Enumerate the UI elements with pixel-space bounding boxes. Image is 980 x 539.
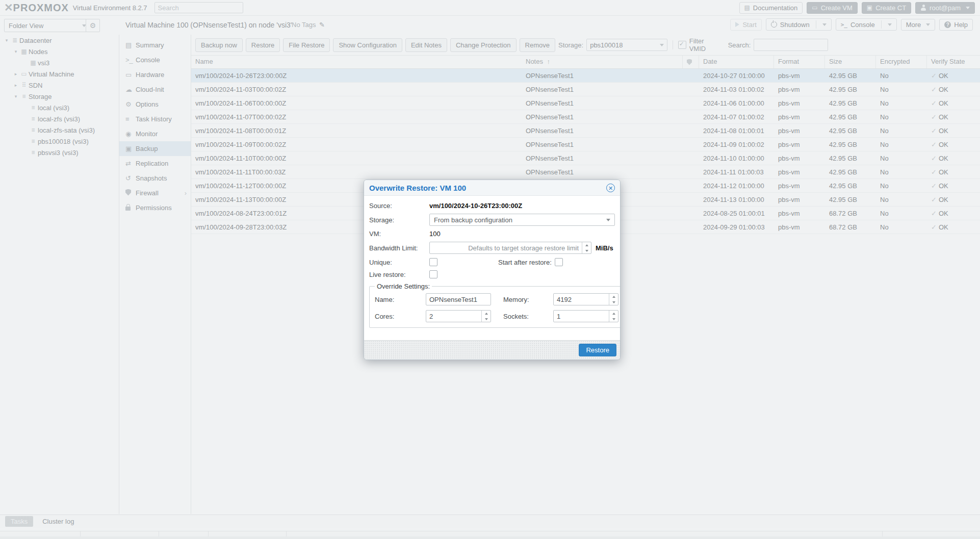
vm-value: 100 bbox=[429, 230, 441, 238]
source-value: vm/100/2024-10-26T23:00:00Z bbox=[429, 202, 522, 210]
dialog-header[interactable]: Overwrite Restore: VM 100 ✕ bbox=[364, 180, 620, 195]
sockets-label: Sockets: bbox=[503, 313, 553, 320]
dialog-title: Overwrite Restore: VM 100 bbox=[369, 184, 466, 192]
storage-field-label: Storage: bbox=[369, 216, 429, 224]
vm-label: VM: bbox=[369, 230, 429, 238]
start-after-checkbox[interactable] bbox=[555, 258, 563, 266]
spin-down-icon[interactable] bbox=[582, 248, 591, 253]
start-after-label: Start after restore: bbox=[498, 259, 552, 266]
memory-input[interactable] bbox=[554, 294, 609, 305]
name-input[interactable] bbox=[426, 294, 491, 305]
live-restore-label: Live restore: bbox=[369, 271, 429, 278]
overwrite-restore-dialog: Overwrite Restore: VM 100 ✕ Source: vm/1… bbox=[364, 179, 621, 360]
close-icon[interactable]: ✕ bbox=[606, 184, 615, 192]
name-label: Name: bbox=[375, 296, 426, 303]
spin-up-icon[interactable] bbox=[582, 242, 591, 248]
live-restore-checkbox[interactable] bbox=[429, 270, 437, 278]
bandwidth-label: Bandwidth Limit: bbox=[369, 244, 429, 252]
spin-up-icon[interactable] bbox=[609, 294, 618, 299]
bandwidth-input[interactable] bbox=[430, 242, 582, 253]
sockets-input[interactable] bbox=[554, 311, 609, 322]
spin-down-icon[interactable] bbox=[609, 316, 618, 322]
proxmox-app: ✕ PROXMOX Virtual Environment 8.2.7 ▤ Do… bbox=[0, 0, 980, 539]
unique-checkbox[interactable] bbox=[429, 258, 437, 266]
restore-button[interactable]: Restore bbox=[579, 344, 616, 356]
bandwidth-field[interactable] bbox=[429, 242, 591, 254]
spin-up-icon[interactable] bbox=[482, 311, 491, 316]
memory-field[interactable] bbox=[553, 293, 618, 305]
dialog-body: Source: vm/100/2024-10-26T23:00:00Z Stor… bbox=[364, 195, 620, 340]
cores-label: Cores: bbox=[375, 313, 426, 320]
cores-input[interactable] bbox=[426, 311, 481, 322]
spin-down-icon[interactable] bbox=[609, 299, 618, 305]
spin-down-icon[interactable] bbox=[482, 316, 491, 322]
cores-field[interactable] bbox=[426, 310, 491, 322]
sockets-field[interactable] bbox=[553, 310, 618, 322]
spinner-buttons[interactable] bbox=[582, 242, 591, 253]
restore-storage-select[interactable]: From backup configuration bbox=[429, 214, 615, 226]
chevron-down-icon bbox=[606, 219, 610, 221]
spin-up-icon[interactable] bbox=[609, 311, 618, 316]
bandwidth-unit: MiB/s bbox=[596, 244, 613, 252]
unique-label: Unique: bbox=[369, 259, 429, 266]
override-settings-legend: Override Settings: bbox=[375, 283, 432, 290]
source-label: Source: bbox=[369, 202, 429, 210]
memory-label: Memory: bbox=[503, 296, 553, 303]
dialog-footer: Restore bbox=[364, 340, 620, 360]
override-settings-fieldset: Override Settings: Name: Memory: bbox=[369, 283, 621, 328]
name-field[interactable] bbox=[426, 293, 491, 305]
